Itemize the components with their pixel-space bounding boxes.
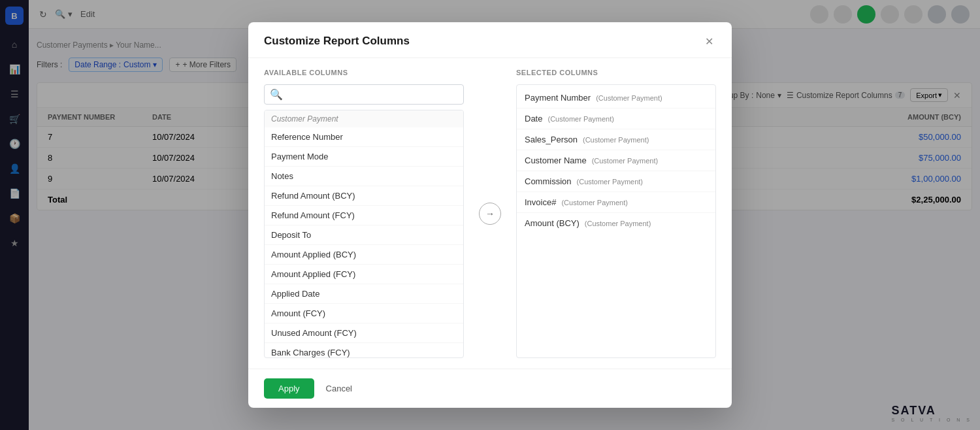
selected-item-group: (Customer Payment) (585, 220, 651, 227)
selected-item-group: (Customer Payment) (577, 178, 644, 186)
list-item[interactable]: Payment Number (Customer Payment) (517, 88, 715, 108)
search-icon: 🔍 (270, 88, 283, 101)
list-item[interactable]: Date (Customer Payment) (517, 108, 715, 129)
customize-columns-modal: Customize Report Columns ✕ AVAILABLE COL… (248, 22, 732, 408)
selected-columns-panel: SELECTED COLUMNS Payment Number (Custome… (516, 69, 716, 358)
modal-body: AVAILABLE COLUMNS 🔍 Customer Payment Ref… (248, 58, 732, 369)
selected-item-name: Payment Number (525, 93, 591, 103)
selected-item-group: (Customer Payment) (596, 94, 662, 102)
modal-close-button[interactable]: ✕ (702, 34, 716, 48)
selected-item-group: (Customer Payment) (583, 136, 649, 144)
list-item[interactable]: Reference Number (265, 127, 463, 147)
arrow-right-icon: → (485, 208, 495, 219)
list-item[interactable]: Invoice# (Customer Payment) (517, 192, 715, 213)
selected-columns-label: SELECTED COLUMNS (516, 69, 716, 76)
selected-item-name: Customer Name (525, 156, 587, 165)
column-search-input[interactable] (287, 90, 458, 99)
selected-item-name: Amount (BCY) (525, 218, 580, 228)
column-group-header: Customer Payment (265, 110, 463, 127)
available-columns-panel: AVAILABLE COLUMNS 🔍 Customer Payment Ref… (264, 69, 464, 358)
column-search-box[interactable]: 🔍 (264, 84, 464, 105)
list-item[interactable]: Refund Amount (FCY) (265, 206, 463, 225)
transfer-to-selected-button[interactable]: → (479, 203, 501, 225)
modal-overlay: Customize Report Columns ✕ AVAILABLE COL… (0, 0, 980, 430)
apply-button[interactable]: Apply (264, 378, 314, 399)
list-item[interactable]: Bank Charges (FCY) (265, 343, 463, 358)
selected-item-name: Commission (525, 176, 572, 186)
transfer-button-area: → (477, 69, 503, 358)
list-item[interactable]: Deposit To (265, 225, 463, 245)
list-item[interactable]: Refund Amount (BCY) (265, 186, 463, 206)
modal-title: Customize Report Columns (264, 35, 410, 48)
selected-columns-list: Payment Number (Customer Payment) Date (… (516, 84, 716, 358)
selected-item-name: Sales_Person (525, 135, 578, 144)
selected-item-name: Date (525, 114, 542, 124)
list-item[interactable]: Notes (265, 167, 463, 186)
selected-item-name: Invoice# (525, 197, 556, 207)
list-item[interactable]: Commission (Customer Payment) (517, 171, 715, 192)
list-item[interactable]: Sales_Person (Customer Payment) (517, 129, 715, 150)
list-item[interactable]: Amount (BCY) (Customer Payment) (517, 213, 715, 233)
list-item[interactable]: Amount Applied (BCY) (265, 245, 463, 265)
selected-item-group: (Customer Payment) (592, 157, 659, 165)
available-columns-list: Customer Payment Reference Number Paymen… (264, 110, 464, 358)
list-item[interactable]: Amount (FCY) (265, 304, 463, 323)
cancel-button[interactable]: Cancel (319, 378, 359, 399)
list-item[interactable]: Amount Applied (FCY) (265, 265, 463, 284)
selected-item-group: (Customer Payment) (561, 199, 628, 207)
available-columns-label: AVAILABLE COLUMNS (264, 69, 464, 76)
list-item[interactable]: Applied Date (265, 284, 463, 304)
modal-footer: Apply Cancel (248, 369, 732, 408)
list-item[interactable]: Unused Amount (FCY) (265, 323, 463, 343)
list-item[interactable]: Customer Name (Customer Payment) (517, 150, 715, 171)
list-item[interactable]: Payment Mode (265, 147, 463, 167)
modal-header: Customize Report Columns ✕ (248, 22, 732, 58)
footer-actions: Apply Cancel (264, 378, 359, 399)
selected-item-group: (Customer Payment) (547, 115, 614, 123)
